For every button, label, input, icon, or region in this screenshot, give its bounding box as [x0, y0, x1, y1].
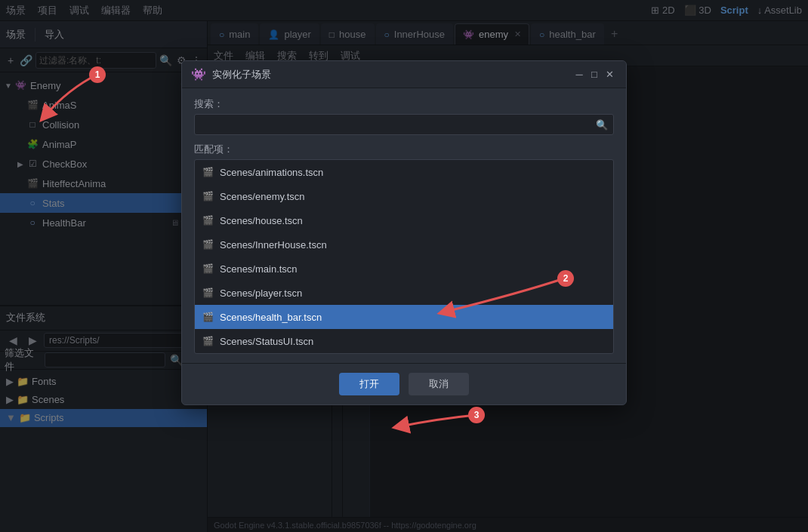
modal-item-innerhouse-label: Scenes/InnerHouse.tscn: [220, 239, 327, 251]
modal-item-enemy[interactable]: 🎬 Scenes/enemy.tscn: [195, 184, 613, 208]
modal-item-statusui[interactable]: 🎬 Scenes/StatusUI.tscn: [195, 329, 613, 353]
modal-cancel-btn[interactable]: 取消: [409, 373, 469, 395]
modal-title-text: 实例化子场景: [212, 68, 572, 81]
scene-icon: 🎬: [202, 167, 214, 177]
modal-item-enemy-label: Scenes/enemy.tscn: [220, 191, 304, 202]
scene-icon: 🎬: [202, 215, 214, 226]
modal-body: 搜索： 🔍 匹配项： 🎬 Scenes/animations.tscn 🎬 Sc…: [182, 88, 626, 363]
modal-search-input[interactable]: [194, 114, 614, 135]
modal-item-house[interactable]: 🎬 Scenes/house.tscn: [195, 208, 613, 232]
scene-icon: 🎬: [202, 239, 214, 250]
modal-titlebar: 👾 实例化子场景 ─ □ ✕: [182, 61, 626, 88]
modal-maximize-btn[interactable]: □: [587, 67, 602, 82]
modal-match-label: 匹配项：: [194, 143, 614, 156]
modal-item-main-label: Scenes/main.tscn: [220, 263, 298, 275]
scene-icon: 🎬: [202, 263, 214, 274]
modal-overlay: 👾 实例化子场景 ─ □ ✕ 搜索： 🔍 匹配项： 🎬 Scenes/anima…: [0, 0, 808, 532]
modal-item-animations[interactable]: 🎬 Scenes/animations.tscn: [195, 160, 613, 184]
modal-scene-list: 🎬 Scenes/animations.tscn 🎬 Scenes/enemy.…: [194, 159, 614, 354]
modal-search-label: 搜索：: [194, 97, 614, 111]
modal-search-icon: 🔍: [596, 119, 608, 131]
modal-open-btn[interactable]: 打开: [339, 373, 399, 395]
modal-item-healthbar-label: Scenes/health_bar.tscn: [220, 312, 322, 323]
modal-item-house-label: Scenes/house.tscn: [220, 215, 303, 226]
scene-icon: 🎬: [202, 191, 214, 201]
scene-icon: 🎬: [202, 288, 214, 298]
modal-item-main[interactable]: 🎬 Scenes/main.tscn: [195, 257, 613, 281]
modal-item-player[interactable]: 🎬 Scenes/player.tscn: [195, 281, 613, 305]
modal-minimize-btn[interactable]: ─: [572, 67, 587, 82]
modal-item-player-label: Scenes/player.tscn: [220, 288, 302, 299]
modal-item-healthbar[interactable]: 🎬 Scenes/health_bar.tscn: [195, 305, 613, 329]
modal-item-innerhouse[interactable]: 🎬 Scenes/InnerHouse.tscn: [195, 232, 613, 257]
modal-footer: 打开 取消: [182, 363, 626, 404]
modal-title-icon: 👾: [191, 67, 206, 81]
scene-icon: 🎬: [202, 336, 214, 346]
modal-item-animations-label: Scenes/animations.tscn: [220, 167, 323, 178]
modal-close-btn[interactable]: ✕: [602, 67, 617, 82]
scene-icon: 🎬: [202, 312, 214, 322]
modal-dialog: 👾 实例化子场景 ─ □ ✕ 搜索： 🔍 匹配项： 🎬 Scenes/anima…: [181, 60, 627, 405]
modal-item-statusui-label: Scenes/StatusUI.tscn: [220, 336, 313, 347]
